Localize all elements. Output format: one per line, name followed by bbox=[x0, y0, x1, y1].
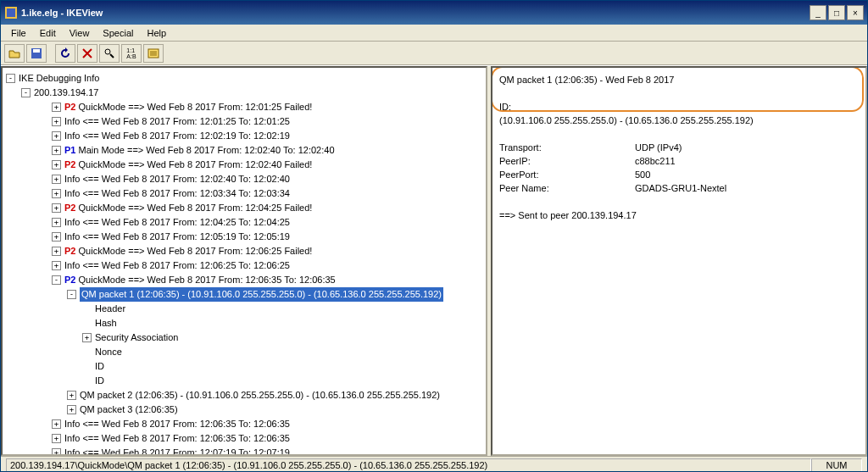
tree-row[interactable]: +Info <== Wed Feb 8 2017 From: 12:04:25 … bbox=[6, 215, 484, 230]
minimize-button[interactable]: _ bbox=[810, 5, 826, 20]
tree-label[interactable]: Info <== Wed Feb 8 2017 From: 12:06:25 T… bbox=[64, 258, 290, 273]
expand-icon[interactable]: + bbox=[52, 247, 61, 256]
tree-row[interactable]: ID bbox=[6, 359, 484, 374]
tree-row[interactable]: +Info <== Wed Feb 8 2017 From: 12:06:35 … bbox=[6, 417, 484, 431]
reload-button[interactable] bbox=[55, 44, 75, 63]
tree-label[interactable]: ID bbox=[95, 374, 104, 388]
tree-label[interactable]: QM packet 2 (12:06:35) - (10.91.106.0 25… bbox=[80, 388, 440, 403]
menu-view[interactable]: View bbox=[63, 26, 97, 40]
tree-spacer bbox=[82, 319, 92, 328]
tree-row[interactable]: -QM packet 1 (12:06:35) - (10.91.106.0 2… bbox=[6, 287, 484, 302]
tree-label[interactable]: Info <== Wed Feb 8 2017 From: 12:06:35 T… bbox=[64, 431, 290, 446]
expand-icon[interactable]: + bbox=[52, 189, 61, 198]
peerport-value: 500 bbox=[635, 168, 650, 181]
tree-row[interactable]: -P2 QuickMode ==> Wed Feb 8 2017 From: 1… bbox=[6, 273, 484, 287]
tree-row[interactable]: +Security Association bbox=[6, 330, 484, 345]
expand-icon[interactable]: + bbox=[52, 218, 61, 227]
expand-icon[interactable]: + bbox=[52, 146, 61, 155]
expand-icon[interactable]: + bbox=[67, 405, 76, 414]
expand-icon[interactable]: + bbox=[52, 175, 61, 184]
tree-row[interactable]: +P2 QuickMode ==> Wed Feb 8 2017 From: 1… bbox=[6, 201, 484, 215]
delete-button[interactable] bbox=[77, 44, 97, 63]
find-button[interactable] bbox=[99, 44, 120, 63]
collapse-icon[interactable]: - bbox=[6, 74, 15, 83]
menu-edit[interactable]: Edit bbox=[33, 26, 63, 40]
tree-row[interactable]: +P2 QuickMode ==> Wed Feb 8 2017 From: 1… bbox=[6, 158, 484, 172]
menu-special[interactable]: Special bbox=[96, 26, 140, 40]
tree-label[interactable]: Security Association bbox=[95, 330, 178, 345]
expand-icon[interactable]: + bbox=[52, 261, 61, 270]
tree-label[interactable]: QM packet 1 (12:06:35) - (10.91.106.0 25… bbox=[80, 287, 443, 302]
tree-row[interactable]: Header bbox=[6, 302, 484, 316]
svg-rect-3 bbox=[33, 49, 40, 53]
tree-row[interactable]: +QM packet 3 (12:06:35) bbox=[6, 403, 484, 417]
tree-row[interactable]: +P2 QuickMode ==> Wed Feb 8 2017 From: 1… bbox=[6, 100, 484, 114]
expand-icon[interactable]: + bbox=[67, 391, 76, 400]
expand-icon[interactable]: + bbox=[52, 419, 61, 429]
tree-label[interactable]: Nonce bbox=[95, 345, 122, 359]
tree-label[interactable]: P2 QuickMode ==> Wed Feb 8 2017 From: 12… bbox=[64, 100, 312, 114]
tree-label[interactable]: Info <== Wed Feb 8 2017 From: 12:03:34 T… bbox=[64, 186, 290, 201]
expand-icon[interactable]: + bbox=[52, 103, 61, 112]
menu-file[interactable]: File bbox=[4, 26, 33, 40]
tree-row[interactable]: ID bbox=[6, 374, 484, 388]
tree-label[interactable]: Info <== Wed Feb 8 2017 From: 12:04:25 T… bbox=[64, 215, 290, 230]
expand-icon[interactable]: + bbox=[52, 203, 61, 213]
tree-label[interactable]: P2 QuickMode ==> Wed Feb 8 2017 From: 12… bbox=[64, 201, 312, 215]
tree-spacer bbox=[82, 347, 92, 357]
tree-label[interactable]: P2 QuickMode ==> Wed Feb 8 2017 From: 12… bbox=[64, 273, 336, 287]
tree-row[interactable]: +Info <== Wed Feb 8 2017 From: 12:02:19 … bbox=[6, 129, 484, 143]
tree-row[interactable]: +Info <== Wed Feb 8 2017 From: 12:01:25 … bbox=[6, 114, 484, 129]
tree-row[interactable]: -IKE Debugging Info bbox=[6, 71, 484, 86]
tree-row[interactable]: +P2 QuickMode ==> Wed Feb 8 2017 From: 1… bbox=[6, 244, 484, 258]
expand-icon[interactable]: + bbox=[52, 131, 61, 141]
close-button[interactable]: × bbox=[847, 5, 864, 20]
expand-icon[interactable]: + bbox=[82, 333, 92, 342]
collapse-icon[interactable]: - bbox=[52, 275, 61, 285]
tree-label[interactable]: P2 QuickMode ==> Wed Feb 8 2017 From: 12… bbox=[64, 158, 312, 172]
tree-label[interactable]: Info <== Wed Feb 8 2017 From: 12:02:40 T… bbox=[64, 172, 290, 186]
tree-label[interactable]: Header bbox=[95, 302, 125, 316]
binary-button[interactable]: 1:1A:B bbox=[121, 44, 142, 63]
tree-label[interactable]: Info <== Wed Feb 8 2017 From: 12:02:19 T… bbox=[64, 129, 290, 143]
tree-label[interactable]: Info <== Wed Feb 8 2017 From: 12:06:35 T… bbox=[64, 417, 290, 431]
tree-label[interactable]: Info <== Wed Feb 8 2017 From: 12:05:19 T… bbox=[64, 230, 290, 244]
expand-icon[interactable]: + bbox=[52, 448, 61, 456]
tree-row[interactable]: +Info <== Wed Feb 8 2017 From: 12:06:25 … bbox=[6, 258, 484, 273]
tree-row[interactable]: +Info <== Wed Feb 8 2017 From: 12:03:34 … bbox=[6, 186, 484, 201]
tree-row[interactable]: +P1 Main Mode ==> Wed Feb 8 2017 From: 1… bbox=[6, 143, 484, 158]
expand-icon[interactable]: + bbox=[52, 117, 61, 126]
menu-help[interactable]: Help bbox=[140, 26, 173, 40]
tree-row[interactable]: +Info <== Wed Feb 8 2017 From: 12:06:35 … bbox=[6, 431, 484, 446]
tree-row[interactable]: +Info <== Wed Feb 8 2017 From: 12:05:19 … bbox=[6, 230, 484, 244]
tree-label[interactable]: Info <== Wed Feb 8 2017 From: 12:07:19 T… bbox=[64, 446, 290, 456]
tree-row[interactable]: Nonce bbox=[6, 345, 484, 359]
title-bar: 1.ike.elg - IKEView _ □ × bbox=[1, 1, 867, 25]
list-button[interactable] bbox=[143, 44, 164, 63]
expand-icon[interactable]: + bbox=[52, 434, 61, 443]
tree-row[interactable]: +Info <== Wed Feb 8 2017 From: 12:02:40 … bbox=[6, 172, 484, 186]
expand-icon[interactable]: + bbox=[52, 160, 61, 169]
detail-pane[interactable]: QM packet 1 (12:06:35) - Wed Feb 8 2017 … bbox=[491, 66, 867, 456]
maximize-button[interactable]: □ bbox=[828, 5, 845, 20]
tree-label[interactable]: IKE Debugging Info bbox=[19, 71, 99, 86]
tree-label[interactable]: 200.139.194.17 bbox=[34, 86, 98, 100]
collapse-icon[interactable]: - bbox=[21, 88, 31, 97]
tree-row[interactable]: -200.139.194.17 bbox=[6, 86, 484, 100]
tree-label[interactable]: Hash bbox=[95, 316, 117, 330]
tree-row[interactable]: Hash bbox=[6, 316, 484, 330]
tree-label[interactable]: ID bbox=[95, 359, 104, 374]
tree-row[interactable]: +QM packet 2 (12:06:35) - (10.91.106.0 2… bbox=[6, 388, 484, 403]
status-path: 200.139.194.17\QuickMode\QM packet 1 (12… bbox=[6, 458, 811, 472]
collapse-icon[interactable]: - bbox=[67, 290, 76, 299]
save-button[interactable] bbox=[26, 44, 47, 63]
tree-label[interactable]: Info <== Wed Feb 8 2017 From: 12:01:25 T… bbox=[64, 114, 290, 129]
tree-label[interactable]: P2 QuickMode ==> Wed Feb 8 2017 From: 12… bbox=[64, 244, 312, 258]
tree-label[interactable]: P1 Main Mode ==> Wed Feb 8 2017 From: 12… bbox=[64, 143, 335, 158]
tree-pane[interactable]: -IKE Debugging Info-200.139.194.17+P2 Qu… bbox=[1, 66, 487, 456]
expand-icon[interactable]: + bbox=[52, 232, 61, 242]
open-button[interactable] bbox=[4, 44, 25, 63]
status-num: NUM bbox=[811, 458, 862, 472]
tree-row[interactable]: +Info <== Wed Feb 8 2017 From: 12:07:19 … bbox=[6, 446, 484, 456]
tree-label[interactable]: QM packet 3 (12:06:35) bbox=[80, 403, 178, 417]
